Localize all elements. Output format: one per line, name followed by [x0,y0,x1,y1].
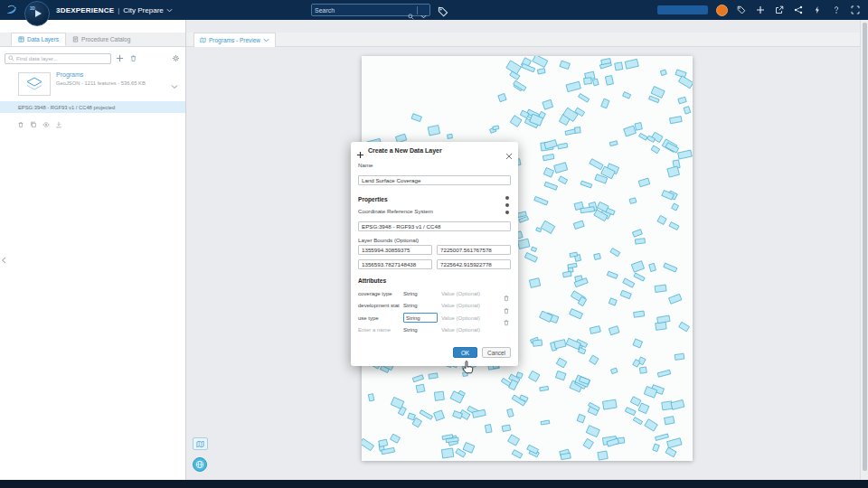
visibility-icon[interactable] [42,116,50,132]
bounds-label: Layer Bounds (Optional) [358,237,511,243]
delete-layer-button[interactable] [128,53,138,63]
search-divider [417,6,418,14]
fullscreen-icon[interactable] [850,5,861,15]
ok-button[interactable]: OK [453,347,477,358]
gear-icon[interactable] [171,53,181,63]
bounds-min-y-input[interactable] [437,245,511,255]
attribute-name[interactable]: use type [358,315,400,321]
panel-collapse-handle[interactable] [0,253,7,267]
add-layer-button[interactable] [115,53,125,63]
attribute-value-input[interactable]: Value (Optional) [441,327,499,333]
bounds-grid [358,245,511,269]
attribute-name[interactable]: development stat [358,303,400,308]
compass-label: 3D [30,6,35,11]
brand-divider: | [118,6,119,14]
bounds-max-y-input[interactable] [437,259,511,269]
name-input[interactable] [358,175,511,185]
attribute-value-input[interactable]: Value (Optional) [441,315,499,321]
attribute-name-field [358,327,400,333]
global-search-input[interactable] [315,7,405,14]
attribute-type-select[interactable]: String [403,291,438,296]
user-avatar[interactable] [716,5,728,16]
tag-icon[interactable] [736,5,747,15]
layer-title: Programs [56,71,185,78]
bounds-min-x-input[interactable] [358,245,432,255]
layer-crs-label: EPSG:3948 - RGF93 v1 / CC48 projected [18,105,115,110]
layer-action-icons [17,116,62,132]
crs-label: Coordinate Reference System [358,208,511,214]
basemap-button[interactable] [193,437,208,450]
application-window: 3DEXPERIENCE | City Prepare [0,0,868,488]
find-layer-input[interactable] [16,55,108,61]
duplicate-icon[interactable] [30,116,37,132]
dassault-logo-icon [5,3,19,17]
plus-icon [356,146,364,155]
chevron-down-icon[interactable] [171,78,178,85]
app-menu[interactable]: City Prepare [123,6,172,14]
attribute-row: coverage type String Value (Optional) [358,287,511,300]
create-data-layer-dialog: Create a New Data Layer Name Properties … [351,142,518,366]
share-network-icon[interactable] [793,5,804,15]
bounds-max-x-input[interactable] [358,259,432,269]
attribute-type-select[interactable]: String [403,327,438,333]
attribute-value-input[interactable]: Value (Optional) [441,291,499,296]
name-label: Name [358,162,511,168]
layer-thumbnail [18,72,51,96]
tab-procedure-catalog[interactable]: Procedure Catalog [66,33,137,46]
panel-tabs: Data Layers Procedure Catalog [0,33,185,47]
global-search [311,4,430,16]
layer-meta: GeoJSON - 1211 features - 536.65 KB [56,80,185,86]
delete-attribute-button[interactable] [503,289,511,297]
dialog-body: Name Properties Coordinate Reference Sys… [351,162,518,338]
left-panel: Data Layers Procedure Catalog [0,20,186,480]
lightning-icon[interactable] [812,5,823,15]
help-icon[interactable] [831,5,842,15]
dialog-header: Create a New Data Layer [351,142,518,157]
add-icon[interactable] [755,5,766,15]
tab-programs-preview[interactable]: Programs - Preview [193,33,276,47]
delete-attribute-button[interactable] [503,302,511,310]
dialog-footer: OK Cancel [351,338,518,366]
layer-crs-row[interactable]: EPSG:3948 - RGF93 v1 / CC48 projected [0,101,185,113]
properties-section-header: Properties [358,194,511,203]
globe-button[interactable] [193,457,207,472]
export-icon[interactable] [55,116,62,132]
layer-text: Programs GeoJSON - 1211 features - 536.6… [56,67,185,86]
attributes-table: coverage type String Value (Optional) de… [358,287,511,336]
attribute-name[interactable]: coverage type [358,291,400,296]
attributes-label: Attributes [358,277,511,284]
top-bar-right [657,5,868,16]
vertical-scrollbar[interactable] [860,20,868,480]
attributes-section-header: Attributes [358,277,511,284]
app-name-label: City Prepare [123,6,163,14]
layer-list-item[interactable]: Programs GeoJSON - 1211 features - 536.6… [0,67,185,101]
preview-tab-label: Programs - Preview [209,37,260,43]
attribute-type-select-focused[interactable]: String [403,313,438,323]
attribute-name-input[interactable] [358,327,400,333]
user-name-redacted[interactable] [657,5,708,14]
tag-filter-icon[interactable] [438,5,448,15]
chevron-down-icon [263,37,269,43]
crs-input[interactable] [358,221,511,231]
map-area: Programs - Preview [186,20,860,480]
delete-icon[interactable] [17,116,24,132]
search-icon[interactable] [408,7,414,14]
attribute-row: development stat String Value (Optional) [358,300,511,313]
attribute-type-select[interactable]: String [403,303,438,308]
attribute-value-input[interactable]: Value (Optional) [441,303,499,308]
delete-attribute-button[interactable] [503,314,511,322]
chevron-down-icon [166,7,173,14]
layer-search-row [5,52,181,64]
close-icon[interactable] [505,147,513,155]
cancel-button[interactable]: Cancel [482,347,511,358]
dialog-title: Create a New Data Layer [368,147,502,154]
tab-data-layers-label: Data Layers [27,36,59,42]
tab-data-layers[interactable]: Data Layers [11,33,66,46]
search-scope-chevron-icon[interactable] [420,7,427,14]
share-icon[interactable] [774,5,785,15]
attribute-row: use type String Value (Optional) [358,312,511,324]
properties-label: Properties [358,196,504,202]
kebab-menu-icon[interactable] [504,194,511,203]
scrollbar-thumb[interactable] [863,23,867,471]
compass-button[interactable]: 3D [24,1,50,26]
